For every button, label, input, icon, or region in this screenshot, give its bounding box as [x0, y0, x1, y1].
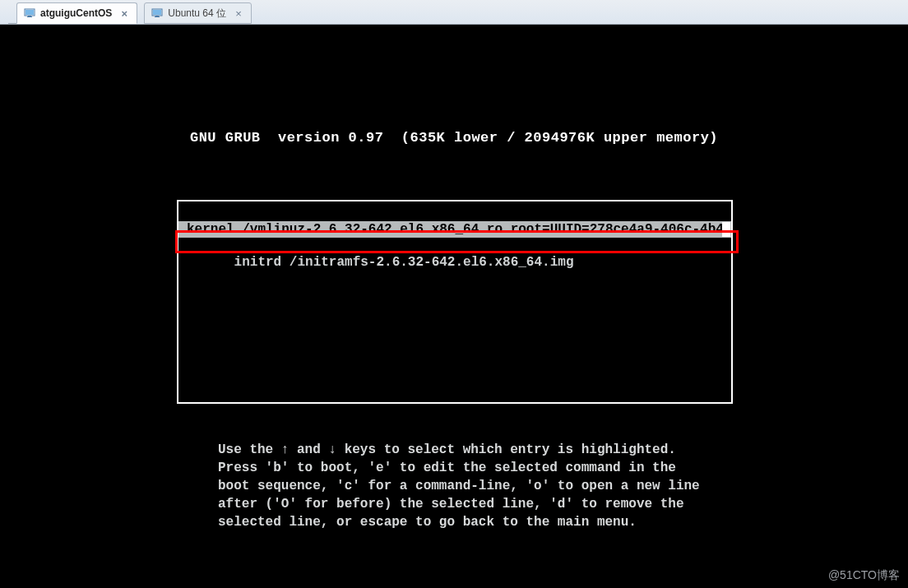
svg-rect-7 [155, 16, 160, 17]
grub-instructions: Use the ↑ and ↓ keys to select which ent… [218, 441, 700, 531]
grub-line-initrd[interactable]: initrd /initramfs-2.6.32-642.el6.x86_64.… [178, 238, 731, 254]
svg-rect-2 [28, 16, 31, 16]
grub-header: GNU GRUB version 0.97 (635K lower / 2094… [0, 25, 908, 146]
tab-spacer [8, 2, 16, 24]
svg-rect-1 [25, 10, 34, 15]
close-icon[interactable]: × [233, 7, 244, 19]
grub-line-kernel[interactable]: kernel /vmlinuz-2.6.32-642.el6.x86_64 ro… [178, 221, 731, 238]
grub-line-root[interactable]: root (hd0,0) [178, 205, 731, 221]
svg-rect-3 [27, 16, 32, 17]
vm-monitor-icon [24, 7, 35, 19]
svg-rect-6 [155, 16, 159, 16]
grub-line-text: kernel /vmlinuz-2.6.32-642.el6.x86_64 ro… [187, 221, 723, 238]
grub-line-text: initrd /initramfs-2.6.32-642.el6.x86_64.… [234, 255, 574, 270]
vm-monitor-icon [151, 7, 163, 19]
tab-bar: atguiguCentOS × Ubuntu 64 位 × [0, 0, 908, 25]
vm-console-screen[interactable]: GNU GRUB version 0.97 (635K lower / 2094… [0, 25, 908, 588]
tab-ubuntu[interactable]: Ubuntu 64 位 × [144, 2, 252, 24]
grub-menu-box: root (hd0,0) kernel /vmlinuz-2.6.32-642.… [177, 200, 733, 404]
watermark: @51CTO博客 [828, 568, 900, 583]
svg-rect-5 [153, 10, 161, 15]
tab-label: atguiguCentOS [40, 7, 112, 19]
tab-atguigu-centos[interactable]: atguiguCentOS × [16, 2, 137, 24]
tab-label: Ubuntu 64 位 [168, 7, 226, 21]
close-icon[interactable]: × [118, 7, 130, 19]
